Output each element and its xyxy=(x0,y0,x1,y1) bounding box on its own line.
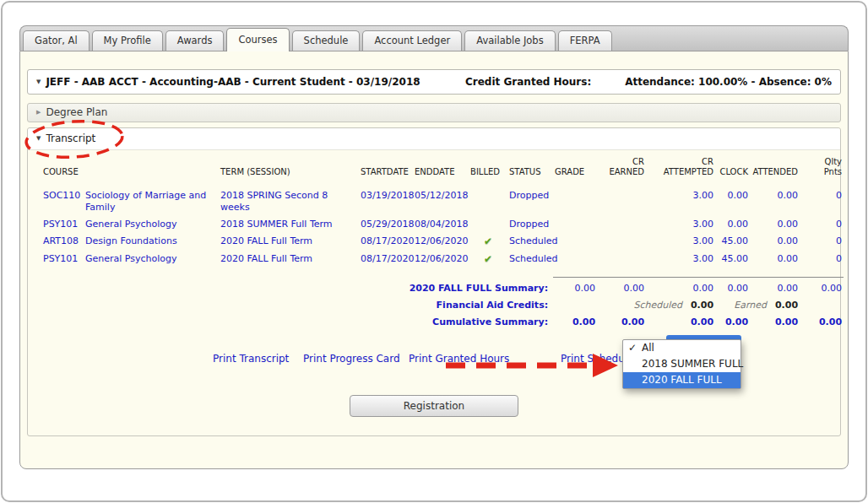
column-header-term: TERM (SESSION) xyxy=(219,152,359,187)
billed-check-icon: ✔ xyxy=(484,235,492,247)
enddate-cell: 12/06/2020 xyxy=(413,233,469,251)
checkmark-icon: ✓ xyxy=(628,340,637,356)
column-header-cr-attempted: CRATTEMPTED xyxy=(646,152,715,187)
cr-attempted-cell: 3.00 xyxy=(646,251,715,268)
registration-row: Registration xyxy=(28,395,840,417)
status-cell: Dropped xyxy=(507,187,553,216)
table-row: PSY101 General Psychology 2018 SUMMER Fu… xyxy=(41,216,844,233)
grade-cell xyxy=(553,216,597,233)
term-cell: 2020 FALL Full Term xyxy=(219,233,359,251)
course-name-link[interactable]: Sociology of Marriage and Family xyxy=(85,190,206,213)
column-header-clock: CLOCK xyxy=(715,152,750,187)
transcript-section-header[interactable]: ▼Transcript xyxy=(28,128,840,150)
attended-cell: 0.00 xyxy=(750,251,800,268)
qlty-pnts-cell: 0 xyxy=(800,233,844,251)
tab-awards[interactable]: Awards xyxy=(165,30,225,51)
registration-button[interactable]: Registration xyxy=(350,395,518,417)
cr-attempted-cell: 3.00 xyxy=(646,216,715,233)
enddate-cell: 08/04/2018 xyxy=(413,216,469,233)
column-header-grade: GRADE xyxy=(553,152,597,187)
tab-schedule[interactable]: Schedule xyxy=(292,30,361,51)
course-code-link[interactable]: SOC110 xyxy=(43,190,80,201)
table-header-row: COURSE TERM (SESSION) STARTDATE ENDDATE … xyxy=(41,152,844,187)
transcript-body: COURSE TERM (SESSION) STARTDATE ENDDATE … xyxy=(28,150,840,435)
tab-gator-al[interactable]: Gator, Al xyxy=(23,30,90,51)
course-code-link[interactable]: ART108 xyxy=(43,235,79,246)
summary-value: 0.00 xyxy=(750,278,800,298)
grade-cell xyxy=(553,187,597,216)
clock-cell: 0.00 xyxy=(715,187,750,216)
financial-aid-label: Financial Aid Credits: xyxy=(41,297,553,314)
summary-value: 0.00 xyxy=(597,278,646,298)
course-code-link[interactable]: PSY101 xyxy=(43,219,78,230)
cr-attempted-cell: 3.00 xyxy=(646,233,715,251)
summary-value: 0.00 xyxy=(715,278,750,298)
term-summary-row: 2020 FALL FULL Summary: 0.00 0.00 0.00 0… xyxy=(41,278,844,298)
courses-panel: ▼JEFF - AAB ACCT - Accounting-AAB - Curr… xyxy=(19,51,849,469)
startdate-cell: 03/19/2018 xyxy=(359,187,413,216)
column-header-startdate: STARTDATE xyxy=(359,152,413,187)
course-name-link[interactable]: General Psychology xyxy=(85,219,177,230)
dropdown-option-2018-summer-full[interactable]: 2018 SUMMER FULL xyxy=(623,356,741,372)
link-print-progress-card[interactable]: Print Progress Card xyxy=(303,353,400,365)
term-filter-dropdown: ✓All 2018 SUMMER FULL 2020 FALL FULL xyxy=(622,339,741,389)
term-cell: 2018 SPRING Second 8 weeks xyxy=(219,187,359,216)
term-cell: 2018 SUMMER Full Term xyxy=(219,216,359,233)
attended-cell: 0.00 xyxy=(750,187,800,216)
summary-value: 0.00 xyxy=(553,314,597,331)
enddate-cell: 12/06/2020 xyxy=(413,251,469,268)
status-cell: Scheduled xyxy=(507,251,553,268)
startdate-cell: 08/17/2020 xyxy=(359,251,413,268)
qlty-pnts-cell: 0 xyxy=(800,216,844,233)
tab-ferpa[interactable]: FERPA xyxy=(558,30,612,51)
column-header-cr-earned: CREARNED xyxy=(597,152,646,187)
cr-earned-cell xyxy=(597,216,646,233)
degree-plan-section-header[interactable]: ▶Degree Plan xyxy=(27,103,841,122)
course-code-link[interactable]: PSY101 xyxy=(43,253,78,264)
grade-cell xyxy=(553,233,597,251)
summary-value: 0.00 xyxy=(800,278,844,298)
cr-earned-cell xyxy=(597,187,646,216)
collapse-arrow-icon: ▼ xyxy=(36,135,41,142)
table-row: PSY101 General Psychology 2020 FALL Full… xyxy=(41,251,844,268)
dropdown-option-2020-fall-full[interactable]: 2020 FALL FULL xyxy=(623,372,741,388)
student-info: JEFF - AAB ACCT - Accounting-AAB - Curre… xyxy=(46,76,420,88)
startdate-cell: 08/17/2020 xyxy=(359,233,413,251)
column-header-qlty-pnts: QltyPnts xyxy=(800,152,844,187)
startdate-cell: 05/29/2018 xyxy=(359,216,413,233)
attendance-summary: Attendance: 100.00% - Absence: 0% xyxy=(625,70,832,94)
clock-cell: 45.00 xyxy=(715,233,750,251)
column-header-billed: BILLED xyxy=(469,152,507,187)
transcript-label: Transcript xyxy=(46,133,95,144)
billed-check-icon: ✔ xyxy=(484,253,492,265)
summary-value: 0.00 xyxy=(646,314,715,331)
cr-earned-cell xyxy=(597,233,646,251)
summary-value: 0.00 xyxy=(597,314,646,331)
dropdown-option-all[interactable]: ✓All xyxy=(623,340,741,356)
attended-cell: 0.00 xyxy=(750,233,800,251)
status-cell: Scheduled xyxy=(507,233,553,251)
grade-cell xyxy=(553,251,597,268)
column-header-enddate: ENDDATE xyxy=(413,152,469,187)
summary-value: 0.00 xyxy=(553,278,597,298)
financial-aid-row: Financial Aid Credits: Scheduled0.00 Ear… xyxy=(41,297,844,314)
term-cell: 2020 FALL Full Term xyxy=(219,251,359,268)
tab-courses[interactable]: Courses xyxy=(226,28,289,51)
qlty-pnts-cell: 0 xyxy=(800,187,844,216)
student-header-bar[interactable]: ▼JEFF - AAB ACCT - Accounting-AAB - Curr… xyxy=(27,69,841,95)
link-print-granted-hours[interactable]: Print Granted Hours xyxy=(409,353,509,365)
cumulative-summary-label: Cumulative Summary: xyxy=(41,314,553,331)
tab-account-ledger[interactable]: Account Ledger xyxy=(362,30,462,51)
clock-cell: 0.00 xyxy=(715,216,750,233)
link-print-transcript[interactable]: Print Transcript xyxy=(213,353,289,365)
qlty-pnts-cell: 0 xyxy=(800,251,844,268)
transcript-summary-table: 2020 FALL FULL Summary: 0.00 0.00 0.00 0… xyxy=(41,277,844,331)
attended-cell: 0.00 xyxy=(750,216,800,233)
tab-my-profile[interactable]: My Profile xyxy=(92,30,163,51)
tab-bar: Gator, Al My Profile Awards Courses Sche… xyxy=(19,25,849,51)
tab-available-jobs[interactable]: Available Jobs xyxy=(464,30,555,51)
course-name-link[interactable]: General Psychology xyxy=(85,253,177,264)
column-header-status: STATUS xyxy=(507,152,553,187)
status-cell: Dropped xyxy=(507,216,553,233)
course-name-link[interactable]: Design Foundations xyxy=(85,235,177,246)
